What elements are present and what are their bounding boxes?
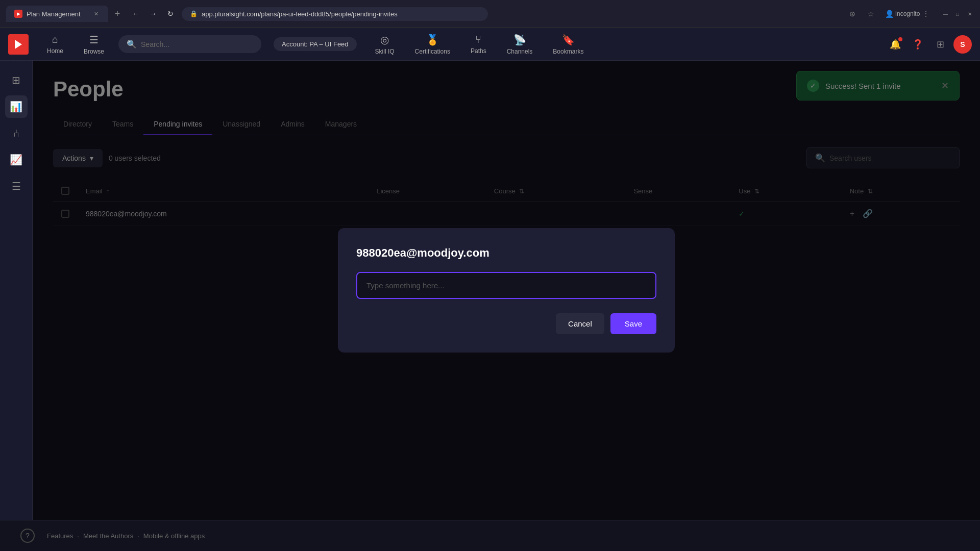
nav-skill-iq-label: Skill IQ bbox=[375, 48, 395, 55]
nav-browse[interactable]: ☰ Browse bbox=[74, 34, 114, 55]
user-avatar[interactable]: S bbox=[953, 35, 972, 54]
sidebar: ⊞ 📊 ⑃ 📈 ☰ bbox=[0, 61, 33, 520]
sidebar-item-list[interactable]: ☰ bbox=[5, 175, 28, 197]
modal-text-input[interactable] bbox=[356, 272, 656, 299]
nav-skill-iq[interactable]: ◎ Skill IQ bbox=[365, 34, 405, 55]
footer-sep1: · bbox=[77, 532, 79, 540]
svg-marker-0 bbox=[15, 40, 22, 49]
browser-actions: ⊕ ☆ 👤 Incognito ⋮ bbox=[845, 7, 933, 21]
nav-certifications[interactable]: 🏅 Certifications bbox=[405, 34, 460, 55]
footer: ? Features · Meet the Authors · Mobile &… bbox=[0, 520, 980, 551]
channels-icon: 📡 bbox=[513, 34, 526, 46]
refresh-button[interactable]: ↻ bbox=[163, 7, 178, 21]
window-controls: — □ ✕ bbox=[941, 10, 974, 18]
nav-home-label: Home bbox=[47, 47, 63, 55]
extensions-button[interactable]: ⊕ bbox=[845, 7, 860, 21]
url-text: app.pluralsight.com/plans/pa-ui-feed-ddd… bbox=[202, 10, 398, 18]
footer-mobile-link[interactable]: Mobile & offline apps bbox=[143, 532, 205, 540]
footer-meet-authors-link[interactable]: Meet the Authors bbox=[83, 532, 133, 540]
search-input[interactable] bbox=[141, 40, 253, 48]
footer-features-link[interactable]: Features bbox=[47, 532, 73, 540]
nav-channels-label: Channels bbox=[507, 48, 533, 55]
logo[interactable] bbox=[8, 34, 29, 55]
tab-title: Plan Management bbox=[27, 10, 81, 18]
global-search[interactable]: 🔍 bbox=[118, 35, 261, 53]
nav-channels[interactable]: 📡 Channels bbox=[497, 34, 543, 55]
back-button[interactable]: ← bbox=[129, 7, 143, 21]
sidebar-item-dashboard[interactable]: ⊞ bbox=[5, 69, 28, 91]
app: ⌂ Home ☰ Browse 🔍 Account: PA – UI Feed … bbox=[0, 28, 980, 551]
lock-icon: 🔒 bbox=[190, 10, 198, 17]
paths-icon: ⑂ bbox=[475, 34, 481, 45]
incognito-label: Incognito bbox=[900, 7, 915, 21]
nav-bookmarks[interactable]: 🔖 Bookmarks bbox=[543, 34, 594, 55]
cancel-button[interactable]: Cancel bbox=[556, 313, 604, 334]
search-icon: 🔍 bbox=[127, 39, 137, 49]
sidebar-item-people[interactable]: 📊 bbox=[5, 95, 28, 118]
save-button[interactable]: Save bbox=[610, 313, 656, 334]
account-badge: Account: PA – UI Feed bbox=[274, 37, 357, 51]
tab-close-button[interactable]: ✕ bbox=[92, 10, 100, 18]
note-modal: 988020ea@moodjoy.com Cancel Save bbox=[338, 228, 675, 353]
bookmarks-icon: 🔖 bbox=[562, 34, 575, 46]
tab-favicon: ▶ bbox=[14, 10, 22, 18]
minimize-button[interactable]: — bbox=[941, 10, 949, 18]
nav-certifications-label: Certifications bbox=[415, 48, 450, 55]
nav-browse-label: Browse bbox=[84, 48, 104, 55]
nav-home[interactable]: ⌂ Home bbox=[37, 34, 74, 55]
notification-dot bbox=[898, 37, 902, 41]
help-button[interactable]: ❓ bbox=[909, 35, 927, 54]
browse-icon: ☰ bbox=[89, 34, 99, 46]
main-layout: ⊞ 📊 ⑃ 📈 ☰ ✓ Success! Sent 1 invite ✕ Peo… bbox=[0, 61, 980, 520]
footer-sep2: · bbox=[137, 532, 139, 540]
bookmark-button[interactable]: ☆ bbox=[864, 7, 878, 21]
browser-controls: ← → ↻ bbox=[129, 7, 178, 21]
forward-button[interactable]: → bbox=[146, 7, 160, 21]
profile-button[interactable]: 👤 bbox=[882, 7, 896, 21]
content-area: ✓ Success! Sent 1 invite ✕ People Direct… bbox=[33, 61, 980, 520]
browser-chrome: ▶ Plan Management ✕ + ← → ↻ 🔒 app.plural… bbox=[0, 0, 980, 28]
sidebar-item-reports[interactable]: 📈 bbox=[5, 148, 28, 171]
address-bar[interactable]: 🔒 app.pluralsight.com/plans/pa-ui-feed-d… bbox=[182, 7, 488, 21]
modal-overlay[interactable]: 988020ea@moodjoy.com Cancel Save bbox=[33, 61, 980, 520]
nav-bookmarks-label: Bookmarks bbox=[553, 48, 583, 55]
modal-email: 988020ea@moodjoy.com bbox=[356, 246, 656, 260]
new-tab-button[interactable]: + bbox=[110, 7, 125, 21]
home-icon: ⌂ bbox=[52, 34, 58, 45]
close-window-button[interactable]: ✕ bbox=[966, 10, 974, 18]
top-nav: ⌂ Home ☰ Browse 🔍 Account: PA – UI Feed … bbox=[0, 28, 980, 61]
nav-paths[interactable]: ⑂ Paths bbox=[460, 34, 497, 55]
maximize-button[interactable]: □ bbox=[953, 10, 962, 18]
active-tab[interactable]: ▶ Plan Management ✕ bbox=[6, 6, 108, 22]
menu-button[interactable]: ⋮ bbox=[919, 7, 933, 21]
modal-buttons: Cancel Save bbox=[356, 313, 656, 334]
notifications-button[interactable]: 🔔 bbox=[886, 35, 904, 54]
nav-paths-label: Paths bbox=[471, 47, 486, 55]
footer-help-button[interactable]: ? bbox=[20, 529, 35, 543]
sidebar-item-analytics[interactable]: ⑃ bbox=[5, 122, 28, 144]
apps-button[interactable]: ⊞ bbox=[931, 35, 949, 54]
certifications-icon: 🏅 bbox=[426, 34, 439, 46]
browser-tabs: ▶ Plan Management ✕ + bbox=[6, 6, 125, 22]
nav-right: 🔔 ❓ ⊞ S bbox=[886, 35, 972, 54]
skill-iq-icon: ◎ bbox=[380, 34, 389, 46]
logo-icon bbox=[12, 38, 24, 51]
